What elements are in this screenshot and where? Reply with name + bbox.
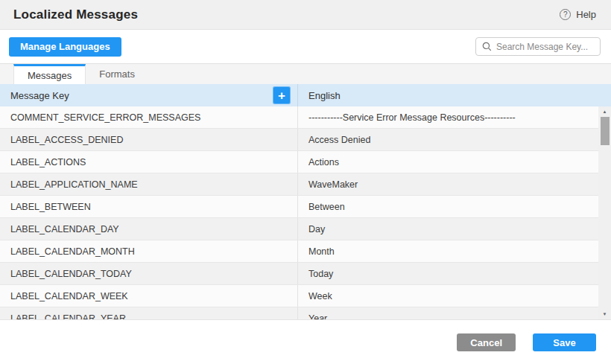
footer: Cancel Save — [0, 320, 611, 364]
search-message-key-input[interactable] — [496, 42, 594, 52]
scrollbar-track[interactable] — [598, 115, 611, 311]
search-box[interactable] — [475, 37, 601, 56]
row-english-value-cell[interactable]: Day — [298, 224, 598, 234]
row-message-key-cell[interactable]: COMMENT_SERVICE_ERROR_MESSAGES — [0, 106, 298, 128]
toolbar: Manage Languages — [0, 30, 611, 63]
row-english-value-cell[interactable]: WaveMaker — [298, 179, 598, 190]
scrollbar-thumb[interactable] — [601, 117, 610, 145]
row-message-key-cell[interactable]: LABEL_CALENDAR_YEAR — [0, 307, 298, 319]
row-english-value-cell[interactable]: Month — [298, 246, 598, 257]
row-message-key-cell[interactable]: LABEL_CALENDAR_MONTH — [0, 240, 298, 262]
page-header: Localized Messages ? Help — [0, 0, 611, 30]
table-row[interactable]: LABEL_CALENDAR_TODAY Today — [0, 263, 598, 285]
table-row[interactable]: LABEL_ACTIONS Actions — [0, 151, 598, 173]
help-label: Help — [576, 9, 596, 20]
messages-table: COMMENT_SERVICE_ERROR_MESSAGES ---------… — [0, 106, 611, 320]
localized-messages-dialog: Localized Messages ? Help Manage Languag… — [0, 0, 611, 364]
tab-strip: Messages Formats — [0, 63, 611, 84]
table-row[interactable]: LABEL_ACCESS_DENIED Access Denied — [0, 129, 598, 151]
row-english-value-cell[interactable]: Between — [298, 202, 598, 212]
search-icon — [482, 42, 492, 51]
add-message-key-button[interactable]: + — [273, 86, 291, 104]
row-message-key-cell[interactable]: LABEL_BETWEEN — [0, 196, 298, 217]
help-button[interactable]: ? Help — [560, 9, 596, 20]
save-button[interactable]: Save — [533, 333, 596, 351]
manage-languages-button[interactable]: Manage Languages — [9, 37, 121, 57]
table-row[interactable]: LABEL_CALENDAR_DAY Day — [0, 218, 598, 240]
row-english-value-cell[interactable]: -----------Service Error Message Resourc… — [298, 112, 598, 123]
table-row[interactable]: LABEL_APPLICATION_NAME WaveMaker — [0, 173, 598, 196]
message-key-column-label: Message Key — [10, 90, 69, 101]
table-row[interactable]: COMMENT_SERVICE_ERROR_MESSAGES ---------… — [0, 106, 598, 129]
row-message-key-cell[interactable]: LABEL_CALENDAR_DAY — [0, 218, 298, 240]
page-title: Localized Messages — [13, 7, 138, 22]
tab-formats[interactable]: Formats — [86, 64, 148, 84]
row-english-value-cell[interactable]: Access Denied — [298, 135, 598, 145]
tab-messages[interactable]: Messages — [13, 64, 86, 84]
table-header: Message Key + English — [0, 84, 611, 106]
scroll-up-icon[interactable]: ▲ — [598, 109, 611, 115]
column-header-english: English — [298, 90, 611, 101]
help-icon: ? — [560, 9, 571, 20]
row-english-value-cell[interactable]: Actions — [298, 157, 598, 167]
scroll-down-icon[interactable]: ▼ — [598, 311, 611, 317]
row-english-value-cell[interactable]: Today — [298, 269, 598, 279]
table-row[interactable]: LABEL_CALENDAR_MONTH Month — [0, 240, 598, 263]
vertical-scrollbar[interactable]: ▲ ▼ — [598, 106, 611, 319]
cancel-button[interactable]: Cancel — [457, 333, 516, 351]
row-english-value-cell[interactable]: Year — [298, 313, 598, 320]
table-row[interactable]: LABEL_CALENDAR_WEEK Week — [0, 285, 598, 307]
table-row[interactable]: LABEL_CALENDAR_YEAR Year — [0, 307, 598, 319]
row-message-key-cell[interactable]: LABEL_CALENDAR_TODAY — [0, 263, 298, 284]
row-english-value-cell[interactable]: Week — [298, 291, 598, 301]
row-message-key-cell[interactable]: LABEL_CALENDAR_WEEK — [0, 285, 298, 307]
table-row[interactable]: LABEL_BETWEEN Between — [0, 196, 598, 218]
table-body-rows: COMMENT_SERVICE_ERROR_MESSAGES ---------… — [0, 106, 598, 319]
row-message-key-cell[interactable]: LABEL_ACTIONS — [0, 151, 298, 173]
column-header-message-key: Message Key + — [0, 84, 298, 106]
row-message-key-cell[interactable]: LABEL_ACCESS_DENIED — [0, 129, 298, 150]
row-message-key-cell[interactable]: LABEL_APPLICATION_NAME — [0, 173, 298, 195]
